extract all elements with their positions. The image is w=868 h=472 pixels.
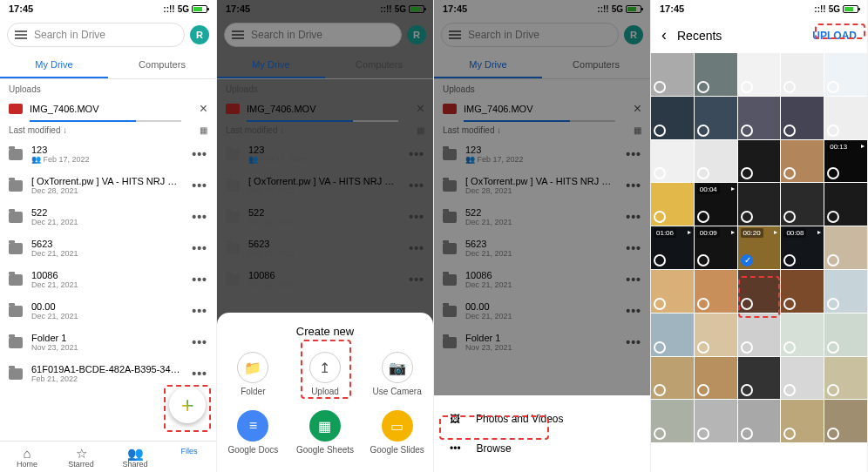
- more-icon[interactable]: •••: [192, 367, 207, 381]
- photo-thumb[interactable]: [738, 357, 781, 400]
- photo-thumb[interactable]: [824, 183, 867, 226]
- photo-thumb[interactable]: [781, 314, 824, 356]
- photo-thumb[interactable]: [738, 53, 781, 96]
- select-circle-icon: [654, 428, 666, 440]
- nav-home[interactable]: ⌂Home: [0, 442, 54, 472]
- photo-thumb[interactable]: [738, 97, 781, 139]
- video-icon: [9, 104, 23, 114]
- photo-thumb[interactable]: [695, 357, 737, 400]
- photo-thumb[interactable]: [738, 140, 781, 183]
- home-icon: ⌂: [0, 447, 54, 460]
- file-row[interactable]: 5623Dec 21, 2021•••: [0, 233, 216, 264]
- photo-thumb[interactable]: [651, 53, 694, 96]
- people-icon: 👥: [108, 447, 162, 460]
- browse-option[interactable]: •••Browse: [434, 434, 650, 463]
- file-row[interactable]: 522Dec 21, 2021•••: [0, 201, 216, 233]
- photo-thumb[interactable]: [824, 400, 867, 442]
- search-box[interactable]: Search in Drive: [7, 23, 185, 47]
- upload-button[interactable]: UPLOAD: [812, 30, 857, 42]
- photo-thumb[interactable]: [695, 400, 737, 442]
- file-row[interactable]: [ OxTorrent.pw ] VA - HITS NRJ DU MOMENT…: [0, 170, 216, 201]
- photo-thumb[interactable]: [695, 97, 737, 139]
- sort-label[interactable]: Last modified ↓: [9, 125, 67, 135]
- photo-thumb[interactable]: [738, 183, 781, 226]
- file-row[interactable]: 00.00Dec 21, 2021•••: [0, 295, 216, 327]
- more-icon[interactable]: •••: [192, 241, 207, 255]
- video-duration: 00:13: [827, 142, 850, 152]
- photo-thumb[interactable]: [651, 97, 694, 139]
- tab-my-drive[interactable]: My Drive: [0, 52, 108, 78]
- more-icon[interactable]: •••: [192, 179, 207, 192]
- create-slides[interactable]: ▭Google Slides: [361, 403, 433, 462]
- photo-thumb[interactable]: 00:04▸: [695, 183, 737, 226]
- select-circle-icon: [654, 81, 666, 93]
- photo-thumb[interactable]: 01:06▸: [651, 226, 694, 269]
- file-date: Dec 21, 2021: [31, 218, 183, 226]
- photo-thumb[interactable]: [781, 270, 824, 313]
- select-circle-icon: [827, 384, 839, 396]
- avatar[interactable]: R: [190, 25, 209, 44]
- photo-thumb[interactable]: [651, 314, 694, 356]
- close-icon[interactable]: ×: [200, 101, 207, 117]
- photo-thumb[interactable]: [781, 357, 824, 400]
- photo-thumb[interactable]: [781, 140, 824, 183]
- file-date: Dec 21, 2021: [31, 280, 183, 289]
- create-docs[interactable]: ≡Google Docs: [217, 403, 289, 462]
- photo-thumb[interactable]: [781, 400, 824, 442]
- photo-thumb[interactable]: [651, 400, 694, 442]
- photo-thumb[interactable]: [781, 183, 824, 226]
- create-upload[interactable]: ↥Upload: [289, 345, 362, 403]
- select-circle-icon: [827, 211, 839, 223]
- photo-thumb[interactable]: [824, 357, 867, 400]
- nav-starred[interactable]: ☆Starred: [54, 442, 108, 472]
- create-camera[interactable]: 📷Use Camera: [361, 345, 433, 403]
- picker-title: Recents: [677, 29, 802, 43]
- photo-thumb[interactable]: [824, 270, 867, 313]
- photo-thumb[interactable]: [824, 53, 867, 96]
- hamburger-icon[interactable]: [15, 30, 27, 39]
- photo-thumb[interactable]: 00:09▸: [695, 226, 737, 269]
- back-arrow-icon[interactable]: ‹: [661, 26, 667, 44]
- photo-thumb[interactable]: [824, 97, 867, 139]
- select-circle-icon: [783, 298, 796, 310]
- nav-shared[interactable]: 👥Shared: [108, 442, 162, 472]
- photo-thumb[interactable]: 00:20▸: [738, 226, 781, 269]
- nav-files[interactable]: Files: [162, 442, 216, 472]
- photo-thumb[interactable]: [738, 400, 781, 442]
- file-row[interactable]: 123👥 Feb 17, 2022•••: [0, 138, 216, 170]
- photo-thumb[interactable]: 00:08▸: [781, 226, 824, 269]
- file-row[interactable]: 10086Dec 21, 2021•••: [0, 264, 216, 295]
- photo-thumb[interactable]: [695, 314, 737, 356]
- select-circle-icon: [654, 167, 666, 179]
- photo-thumb[interactable]: [824, 226, 867, 269]
- photo-thumb[interactable]: [651, 270, 694, 313]
- photo-thumb[interactable]: [695, 140, 737, 183]
- photo-thumb[interactable]: 00:13▸: [824, 140, 867, 183]
- create-sheets[interactable]: ▦Google Sheets: [289, 403, 362, 462]
- more-icon[interactable]: •••: [192, 273, 207, 287]
- photo-thumb[interactable]: [651, 357, 694, 400]
- fab-new-button[interactable]: +: [169, 387, 206, 423]
- more-icon[interactable]: •••: [192, 335, 207, 349]
- more-icon[interactable]: •••: [192, 304, 207, 318]
- more-icon[interactable]: •••: [192, 147, 207, 161]
- photo-thumb[interactable]: [695, 270, 737, 313]
- photo-thumb[interactable]: [738, 314, 781, 356]
- create-folder[interactable]: 📁Folder: [217, 345, 289, 403]
- status-right: ::!!5G: [163, 4, 207, 14]
- more-icon[interactable]: •••: [192, 210, 207, 224]
- file-row[interactable]: Folder 1Nov 23, 2021•••: [0, 327, 216, 358]
- photo-thumb[interactable]: [738, 270, 781, 313]
- tab-computers[interactable]: Computers: [108, 52, 216, 78]
- photo-thumb[interactable]: [781, 97, 824, 139]
- select-circle-icon: [741, 211, 753, 223]
- photos-videos-option[interactable]: 🖼Photos and Videos: [434, 404, 650, 434]
- photo-thumb[interactable]: [651, 140, 694, 183]
- view-toggle-icon[interactable]: ▦: [200, 125, 207, 135]
- photo-thumb[interactable]: [824, 314, 867, 356]
- photo-thumb[interactable]: [651, 183, 694, 226]
- file-row[interactable]: 61F019A1-BCDE-482A-B395-347F70FED0...Feb…: [0, 358, 216, 389]
- photo-thumb[interactable]: [781, 53, 824, 96]
- photo-thumb[interactable]: [695, 53, 737, 96]
- select-circle-icon: [783, 384, 796, 396]
